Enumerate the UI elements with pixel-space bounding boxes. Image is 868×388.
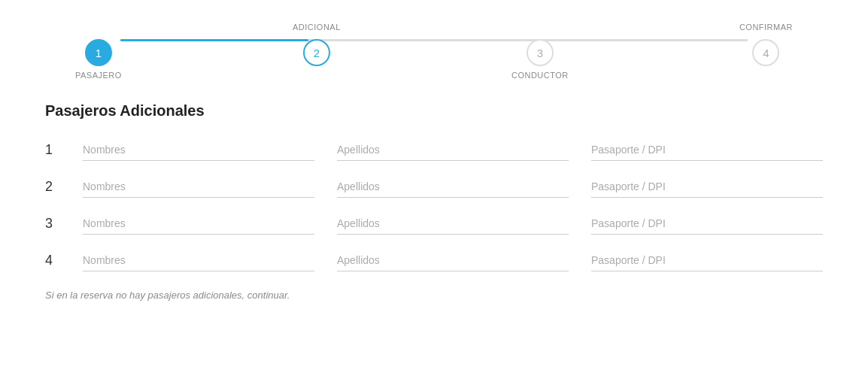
pasaporte-input-4[interactable] [591, 253, 823, 268]
step-4[interactable]: CONFIRMAR 4 [739, 23, 793, 71]
step-3-circle: 3 [527, 39, 554, 66]
passenger-row-2: 2 [45, 179, 823, 198]
nombres-field-4[interactable] [83, 253, 314, 271]
step-2[interactable]: ADICIONAL 2 [293, 23, 341, 71]
step-4-label-top: CONFIRMAR [739, 23, 793, 35]
step-4-circle: 4 [752, 39, 779, 66]
apellidos-field-3[interactable] [337, 216, 569, 235]
field-group-1 [83, 142, 823, 161]
row-number-1: 1 [45, 142, 83, 161]
pasaporte-field-1[interactable] [591, 142, 823, 161]
section-title: Pasajeros Adicionales [45, 102, 823, 120]
passenger-row-4: 4 [45, 253, 823, 271]
nombres-input-4[interactable] [83, 253, 314, 268]
step-2-circle: 2 [303, 39, 330, 66]
row-number-3: 3 [45, 216, 83, 235]
pasaporte-input-2[interactable] [591, 179, 823, 194]
apellidos-input-2[interactable] [337, 179, 569, 194]
hint-text: Si en la reserva no hay pasajeros adicio… [45, 289, 823, 301]
nombres-input-3[interactable] [83, 216, 314, 231]
stepper-track-fill [120, 39, 308, 41]
pasaporte-field-4[interactable] [591, 253, 823, 271]
nombres-field-3[interactable] [83, 216, 314, 235]
field-group-4 [83, 253, 823, 271]
pasaporte-field-2[interactable] [591, 179, 823, 198]
pasaporte-input-3[interactable] [591, 216, 823, 231]
apellidos-field-4[interactable] [337, 253, 569, 271]
row-number-4: 4 [45, 253, 83, 271]
pasaporte-field-3[interactable] [591, 216, 823, 235]
passenger-row-1: 1 [45, 142, 823, 161]
step-3-label-bottom: CONDUCTOR [511, 71, 569, 80]
stepper-track [120, 39, 748, 41]
nombres-input-2[interactable] [83, 179, 314, 194]
main-content: Pasajeros Adicionales 1 2 [30, 95, 838, 308]
step-2-label-top: ADICIONAL [293, 23, 341, 35]
nombres-field-1[interactable] [83, 142, 314, 161]
stepper: 1 PASAJERO ADICIONAL 2 3 CONDUCTOR CONFI… [30, 15, 838, 95]
apellidos-field-2[interactable] [337, 179, 569, 198]
step-3[interactable]: 3 CONDUCTOR [511, 23, 569, 80]
row-number-2: 2 [45, 179, 83, 198]
step-1-circle: 1 [85, 39, 112, 66]
field-group-2 [83, 179, 823, 198]
step-1[interactable]: 1 PASAJERO [75, 23, 122, 80]
nombres-input-1[interactable] [83, 142, 314, 157]
apellidos-input-1[interactable] [337, 142, 569, 157]
apellidos-input-4[interactable] [337, 253, 569, 268]
apellidos-field-1[interactable] [337, 142, 569, 161]
step-1-label-bottom: PASAJERO [75, 71, 122, 80]
passenger-row-3: 3 [45, 216, 823, 235]
nombres-field-2[interactable] [83, 179, 314, 198]
field-group-3 [83, 216, 823, 235]
page-wrapper: 1 PASAJERO ADICIONAL 2 3 CONDUCTOR CONFI… [0, 0, 868, 338]
pasaporte-input-1[interactable] [591, 142, 823, 157]
apellidos-input-3[interactable] [337, 216, 569, 231]
